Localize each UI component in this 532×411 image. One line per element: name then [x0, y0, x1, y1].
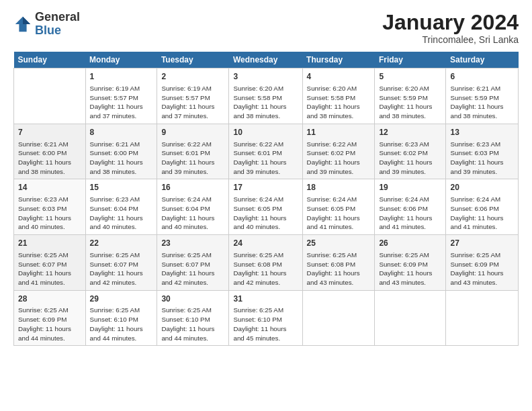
day-info: Sunrise: 6:22 AM Sunset: 6:01 PM Dayligh…: [161, 140, 224, 177]
calendar-cell: 21Sunrise: 6:25 AM Sunset: 6:07 PM Dayli…: [14, 235, 86, 291]
logo-text: General Blue: [35, 11, 80, 38]
day-info: Sunrise: 6:24 AM Sunset: 6:06 PM Dayligh…: [450, 195, 514, 232]
calendar-cell: 23Sunrise: 6:25 AM Sunset: 6:07 PM Dayli…: [157, 235, 229, 291]
calendar-cell: [446, 290, 519, 346]
day-info: Sunrise: 6:24 AM Sunset: 6:05 PM Dayligh…: [233, 195, 298, 232]
day-info: Sunrise: 6:25 AM Sunset: 6:09 PM Dayligh…: [379, 250, 441, 287]
day-info: Sunrise: 6:19 AM Sunset: 5:57 PM Dayligh…: [161, 84, 224, 121]
logo-blue-label: Blue: [35, 24, 80, 38]
day-number: 4: [307, 71, 371, 83]
calendar-cell: 1Sunrise: 6:19 AM Sunset: 5:57 PM Daylig…: [85, 68, 157, 124]
calendar-cell: 25Sunrise: 6:25 AM Sunset: 6:08 PM Dayli…: [302, 235, 375, 291]
calendar-week-1: 1Sunrise: 6:19 AM Sunset: 5:57 PM Daylig…: [14, 68, 519, 124]
calendar-cell: [14, 68, 86, 124]
calendar-cell: 8Sunrise: 6:21 AM Sunset: 6:00 PM Daylig…: [85, 124, 157, 179]
logo-icon: [13, 15, 32, 34]
day-number: 30: [161, 293, 224, 305]
day-number: 9: [161, 127, 224, 138]
day-number: 17: [233, 182, 298, 193]
calendar-cell: 22Sunrise: 6:25 AM Sunset: 6:07 PM Dayli…: [85, 235, 157, 291]
day-number: 12: [379, 127, 441, 138]
calendar-cell: [375, 290, 446, 346]
calendar-cell: 10Sunrise: 6:22 AM Sunset: 6:01 PM Dayli…: [229, 124, 302, 179]
day-number: 10: [233, 127, 298, 138]
calendar-cell: 18Sunrise: 6:24 AM Sunset: 6:05 PM Dayli…: [302, 179, 375, 235]
day-number: 6: [450, 71, 514, 83]
day-info: Sunrise: 6:25 AM Sunset: 6:08 PM Dayligh…: [233, 250, 298, 287]
calendar-cell: 26Sunrise: 6:25 AM Sunset: 6:09 PM Dayli…: [375, 235, 446, 291]
col-thursday: Thursday: [302, 52, 375, 68]
day-info: Sunrise: 6:22 AM Sunset: 6:01 PM Dayligh…: [233, 140, 298, 177]
day-number: 31: [233, 293, 298, 305]
day-number: 25: [307, 238, 371, 249]
day-number: 28: [18, 293, 81, 305]
day-number: 26: [379, 238, 441, 249]
calendar-cell: 31Sunrise: 6:25 AM Sunset: 6:10 PM Dayli…: [229, 290, 302, 346]
calendar-week-4: 21Sunrise: 6:25 AM Sunset: 6:07 PM Dayli…: [14, 235, 519, 291]
calendar-cell: 9Sunrise: 6:22 AM Sunset: 6:01 PM Daylig…: [157, 124, 229, 179]
day-number: 13: [450, 127, 514, 138]
header: General Blue January 2024 Trincomalee, S…: [13, 11, 519, 45]
day-info: Sunrise: 6:21 AM Sunset: 6:00 PM Dayligh…: [18, 140, 81, 177]
location: Trincomalee, Sri Lanka: [382, 34, 519, 45]
calendar-cell: 28Sunrise: 6:25 AM Sunset: 6:09 PM Dayli…: [14, 290, 86, 346]
day-info: Sunrise: 6:21 AM Sunset: 5:59 PM Dayligh…: [450, 84, 514, 121]
day-number: 8: [90, 127, 153, 138]
day-info: Sunrise: 6:20 AM Sunset: 5:58 PM Dayligh…: [233, 84, 298, 121]
day-info: Sunrise: 6:23 AM Sunset: 6:04 PM Dayligh…: [90, 195, 153, 232]
day-info: Sunrise: 6:25 AM Sunset: 6:10 PM Dayligh…: [233, 306, 298, 342]
calendar-header: Sunday Monday Tuesday Wednesday Thursday…: [14, 52, 519, 68]
day-number: 5: [379, 71, 441, 83]
day-number: 21: [18, 238, 81, 249]
col-sunday: Sunday: [14, 52, 86, 68]
day-info: Sunrise: 6:23 AM Sunset: 6:03 PM Dayligh…: [450, 140, 514, 177]
calendar-cell: 27Sunrise: 6:25 AM Sunset: 6:09 PM Dayli…: [446, 235, 519, 291]
day-info: Sunrise: 6:23 AM Sunset: 6:02 PM Dayligh…: [379, 140, 441, 177]
calendar-cell: 24Sunrise: 6:25 AM Sunset: 6:08 PM Dayli…: [229, 235, 302, 291]
day-number: 3: [233, 71, 298, 83]
calendar-cell: 17Sunrise: 6:24 AM Sunset: 6:05 PM Dayli…: [229, 179, 302, 235]
calendar-cell: 13Sunrise: 6:23 AM Sunset: 6:03 PM Dayli…: [446, 124, 519, 179]
col-friday: Friday: [375, 52, 446, 68]
logo: General Blue: [13, 11, 80, 38]
day-info: Sunrise: 6:25 AM Sunset: 6:09 PM Dayligh…: [450, 250, 514, 287]
day-number: 23: [161, 238, 224, 249]
calendar-cell: 7Sunrise: 6:21 AM Sunset: 6:00 PM Daylig…: [14, 124, 86, 179]
day-info: Sunrise: 6:22 AM Sunset: 6:02 PM Dayligh…: [307, 140, 371, 177]
day-info: Sunrise: 6:21 AM Sunset: 6:00 PM Dayligh…: [90, 140, 153, 177]
calendar-week-2: 7Sunrise: 6:21 AM Sunset: 6:00 PM Daylig…: [14, 124, 519, 179]
day-number: 24: [233, 238, 298, 249]
day-info: Sunrise: 6:25 AM Sunset: 6:09 PM Dayligh…: [18, 306, 81, 342]
calendar-cell: 6Sunrise: 6:21 AM Sunset: 5:59 PM Daylig…: [446, 68, 519, 124]
calendar-cell: [302, 290, 375, 346]
page: General Blue January 2024 Trincomalee, S…: [0, 0, 532, 411]
day-info: Sunrise: 6:24 AM Sunset: 6:04 PM Dayligh…: [161, 195, 224, 232]
day-number: 20: [450, 182, 514, 193]
logo-general-label: General: [35, 11, 80, 24]
day-number: 1: [90, 71, 153, 83]
calendar-cell: 14Sunrise: 6:23 AM Sunset: 6:03 PM Dayli…: [14, 179, 86, 235]
calendar-cell: 30Sunrise: 6:25 AM Sunset: 6:10 PM Dayli…: [157, 290, 229, 346]
day-number: 7: [18, 127, 81, 138]
day-info: Sunrise: 6:20 AM Sunset: 5:58 PM Dayligh…: [307, 84, 371, 121]
day-info: Sunrise: 6:25 AM Sunset: 6:07 PM Dayligh…: [18, 250, 81, 287]
calendar-cell: 15Sunrise: 6:23 AM Sunset: 6:04 PM Dayli…: [85, 179, 157, 235]
day-number: 19: [379, 182, 441, 193]
calendar-table: Sunday Monday Tuesday Wednesday Thursday…: [13, 52, 519, 346]
day-number: 2: [161, 71, 224, 83]
col-wednesday: Wednesday: [229, 52, 302, 68]
calendar-cell: 12Sunrise: 6:23 AM Sunset: 6:02 PM Dayli…: [375, 124, 446, 179]
day-info: Sunrise: 6:20 AM Sunset: 5:59 PM Dayligh…: [379, 84, 441, 121]
svg-marker-1: [23, 17, 30, 24]
month-title: January 2024: [382, 11, 519, 34]
day-info: Sunrise: 6:25 AM Sunset: 6:08 PM Dayligh…: [307, 250, 371, 287]
calendar-week-3: 14Sunrise: 6:23 AM Sunset: 6:03 PM Dayli…: [14, 179, 519, 235]
calendar-cell: 16Sunrise: 6:24 AM Sunset: 6:04 PM Dayli…: [157, 179, 229, 235]
col-tuesday: Tuesday: [157, 52, 229, 68]
calendar-body: 1Sunrise: 6:19 AM Sunset: 5:57 PM Daylig…: [14, 68, 519, 346]
day-info: Sunrise: 6:24 AM Sunset: 6:05 PM Dayligh…: [307, 195, 371, 232]
day-number: 18: [307, 182, 371, 193]
calendar-cell: 3Sunrise: 6:20 AM Sunset: 5:58 PM Daylig…: [229, 68, 302, 124]
calendar-cell: 4Sunrise: 6:20 AM Sunset: 5:58 PM Daylig…: [302, 68, 375, 124]
calendar-cell: 20Sunrise: 6:24 AM Sunset: 6:06 PM Dayli…: [446, 179, 519, 235]
